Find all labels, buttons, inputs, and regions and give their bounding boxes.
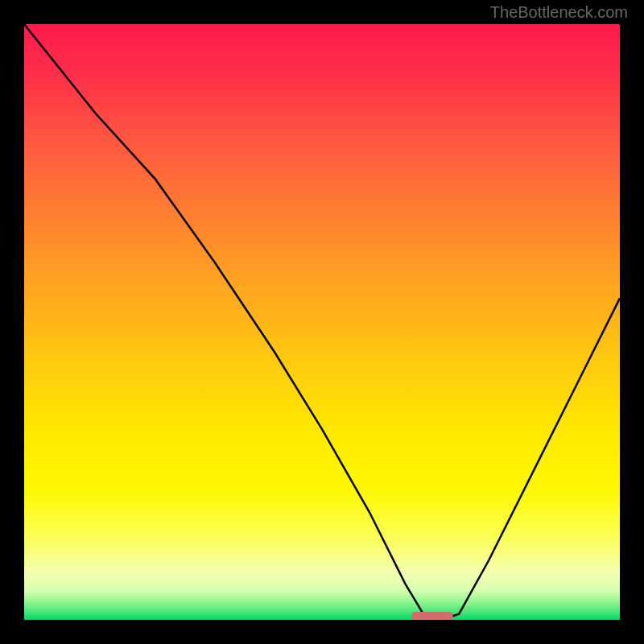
chart-plot-area — [24, 24, 620, 620]
watermark-text: TheBottleneck.com — [490, 3, 628, 22]
chart-gradient-background — [24, 24, 620, 620]
